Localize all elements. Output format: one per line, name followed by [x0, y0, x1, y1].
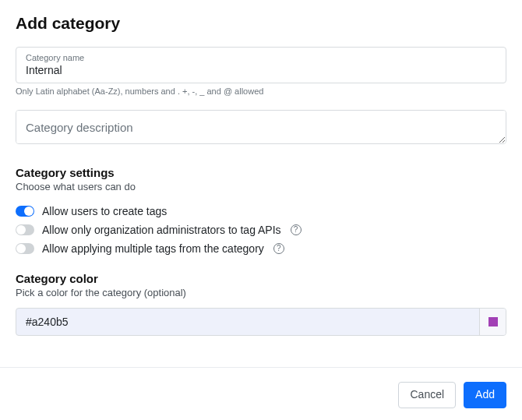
toggle-row-admins-only: Allow only organization administrators t… — [16, 224, 506, 236]
color-hex-input[interactable] — [16, 309, 479, 335]
color-input-group — [16, 308, 506, 336]
toggle-label: Allow users to create tags — [42, 205, 167, 217]
category-color-section: Category color Pick a color for the cate… — [16, 272, 506, 336]
toggle-multiple-tags[interactable] — [16, 243, 34, 254]
footer-actions: Cancel Add — [0, 368, 522, 408]
category-name-label: Category name — [26, 52, 496, 63]
toggle-admins-only[interactable] — [16, 224, 34, 235]
color-swatch-icon — [488, 317, 498, 326]
category-settings-section: Category settings Choose what users can … — [16, 166, 506, 255]
page-title: Add category — [16, 14, 506, 33]
category-name-hint: Only Latin alphabet (Aa-Zz), numbers and… — [16, 86, 506, 96]
category-name-input[interactable] — [26, 64, 496, 76]
toggle-label: Allow applying multiple tags from the ca… — [42, 242, 264, 255]
category-name-field[interactable]: Category name — [16, 47, 506, 83]
color-picker-button[interactable] — [479, 309, 506, 335]
toggle-create-tags[interactable] — [16, 206, 34, 217]
cancel-button[interactable]: Cancel — [398, 382, 456, 408]
toggle-row-create-tags: Allow users to create tags — [16, 205, 506, 217]
toggle-row-multiple-tags: Allow applying multiple tags from the ca… — [16, 242, 506, 255]
settings-subtitle: Choose what users can do — [16, 181, 506, 192]
help-icon[interactable]: ? — [291, 224, 302, 235]
settings-title: Category settings — [16, 166, 506, 179]
color-title: Category color — [16, 272, 506, 285]
toggle-label: Allow only organization administrators t… — [42, 224, 281, 236]
color-subtitle: Pick a color for the category (optional) — [16, 287, 506, 298]
help-icon[interactable]: ? — [273, 243, 284, 254]
category-description-input[interactable] — [16, 110, 506, 144]
add-button[interactable]: Add — [464, 382, 506, 408]
